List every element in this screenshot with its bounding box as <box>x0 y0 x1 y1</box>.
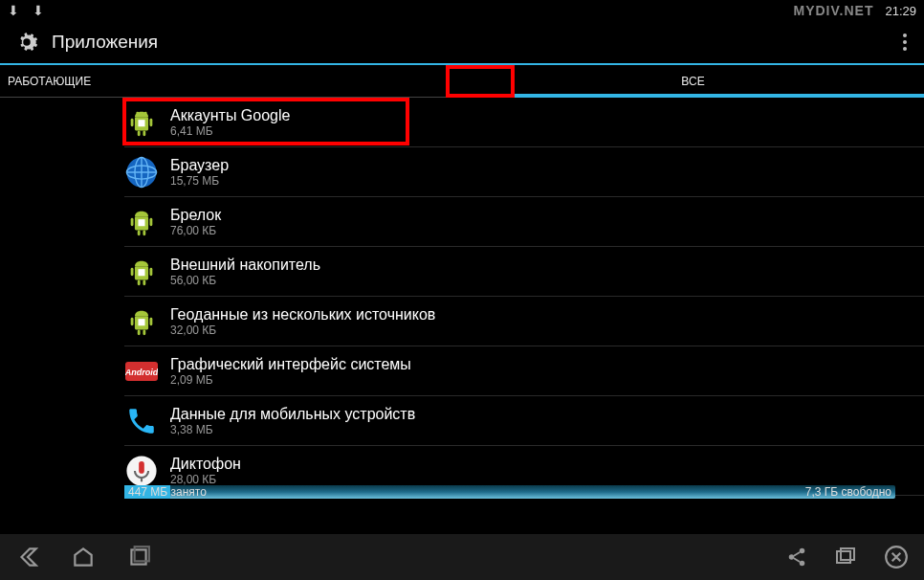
svg-rect-24 <box>131 317 134 325</box>
app-name: Браузер <box>170 156 229 174</box>
svg-rect-22 <box>138 269 144 276</box>
app-row[interactable]: Данные для мобильных устройств 3,38 МБ <box>124 396 924 446</box>
svg-rect-3 <box>131 118 134 126</box>
app-name: Графический интерфейс системы <box>170 355 411 373</box>
settings-gear-icon[interactable] <box>11 27 42 57</box>
app-size: 3,38 МБ <box>170 423 415 436</box>
clock-text: 21:29 <box>885 4 916 18</box>
app-size: 15,75 МБ <box>170 174 229 188</box>
overflow-menu-icon[interactable] <box>897 28 913 56</box>
share-icon[interactable] <box>786 547 807 568</box>
app-list[interactable]: Аккаунты Google 6,41 МБ Браузер 15,75 МБ… <box>0 98 924 500</box>
app-name: Внешний накопитель <box>170 256 320 274</box>
svg-text:Android: Android <box>125 368 158 377</box>
svg-rect-13 <box>150 217 153 226</box>
tab-running[interactable]: РАБОТАЮЩИЕ <box>0 65 462 97</box>
download-icon: ⬇ <box>33 3 44 18</box>
storage-track: 447 МБ занято 7,3 ГБ свободно <box>124 485 895 499</box>
svg-point-36 <box>800 548 805 554</box>
android-app-icon <box>124 205 159 239</box>
watermark-text: MYDIV.NET <box>794 3 874 18</box>
app-size: 6,41 МБ <box>170 124 290 138</box>
svg-rect-16 <box>138 219 144 226</box>
svg-rect-4 <box>150 118 153 126</box>
recent-apps-icon[interactable] <box>126 545 151 569</box>
status-bar: ⬇ ⬇ MYDIV.NET 21:29 <box>0 0 924 21</box>
svg-rect-14 <box>138 230 141 235</box>
home-icon[interactable] <box>71 545 96 569</box>
svg-rect-6 <box>143 130 145 136</box>
svg-rect-26 <box>138 329 141 335</box>
android-app-icon <box>124 255 159 289</box>
app-row[interactable]: Внешний накопитель 56,00 КБ <box>124 247 924 297</box>
tab-all-label: ВСЕ <box>681 75 704 88</box>
svg-rect-19 <box>150 267 153 276</box>
app-row[interactable]: Аккаунты Google 6,41 МБ <box>124 98 924 147</box>
app-row[interactable]: Брелок 76,00 КБ <box>124 197 924 247</box>
svg-point-37 <box>789 554 795 560</box>
kitkat-app-icon: Android <box>124 354 159 389</box>
browser-app-icon <box>124 155 159 190</box>
tab-all[interactable]: ВСЕ <box>462 65 924 97</box>
svg-rect-39 <box>837 551 850 563</box>
svg-rect-20 <box>138 279 141 285</box>
tab-bar: РАБОТАЮЩИЕ ВСЕ <box>0 65 924 98</box>
svg-rect-12 <box>131 217 134 226</box>
tab-running-label: РАБОТАЮЩИЕ <box>8 75 91 88</box>
storage-indicator: Внутр. память 447 МБ занято 7,3 ГБ свобо… <box>124 482 895 513</box>
app-size: 76,00 КБ <box>170 224 221 237</box>
app-name: Аккаунты Google <box>170 106 290 124</box>
phone-app-icon <box>124 404 159 438</box>
app-name: Брелок <box>170 206 221 224</box>
svg-rect-15 <box>143 230 145 235</box>
app-row[interactable]: Геоданные из нескольких источников 32,00… <box>124 297 924 346</box>
storage-free-text: 7,3 ГБ свободно <box>805 485 891 499</box>
svg-point-38 <box>800 561 805 567</box>
app-size: 32,00 КБ <box>170 323 435 337</box>
android-app-icon <box>124 105 159 140</box>
storage-used-text: 447 МБ занято <box>128 485 207 499</box>
app-name: Геоданные из нескольких источников <box>170 305 435 323</box>
svg-rect-25 <box>150 317 153 325</box>
app-size: 2,09 МБ <box>170 373 411 387</box>
app-size: 56,00 КБ <box>170 274 320 287</box>
svg-rect-18 <box>131 267 134 276</box>
action-bar: Приложения <box>0 21 924 65</box>
svg-rect-21 <box>143 279 145 285</box>
app-name: Данные для мобильных устройств <box>170 405 415 423</box>
close-icon[interactable] <box>884 545 909 569</box>
app-name: Диктофон <box>170 455 241 473</box>
svg-rect-5 <box>138 130 141 136</box>
windows-icon[interactable] <box>834 546 857 569</box>
android-app-icon <box>124 304 159 339</box>
page-title: Приложения <box>52 32 158 53</box>
svg-rect-28 <box>138 319 144 325</box>
app-row[interactable]: Android Графический интерфейс системы 2,… <box>124 346 924 396</box>
back-icon[interactable] <box>15 545 40 569</box>
navigation-bar <box>0 534 924 580</box>
svg-rect-27 <box>143 329 145 335</box>
svg-rect-32 <box>139 461 144 474</box>
svg-rect-40 <box>841 548 854 560</box>
svg-rect-7 <box>138 120 144 126</box>
app-row[interactable]: Браузер 15,75 МБ <box>124 147 924 197</box>
download-icon: ⬇ <box>8 3 19 18</box>
